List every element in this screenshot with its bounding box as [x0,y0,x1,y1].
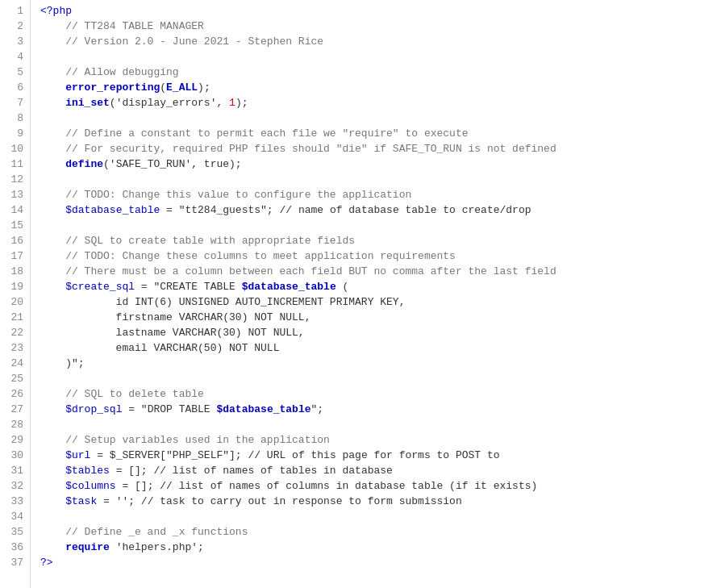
line-number-28: 28 [0,417,30,432]
line-number-4: 4 [0,49,30,65]
code-line-3: // Version 2.0 - June 2021 - Stephen Ric… [40,34,721,49]
code-line-22: lastname VARCHAR(30) NOT NULL, [40,325,721,340]
line-number-37: 37 [0,555,30,570]
code-line-13: // TODO: Change this value to configure … [40,187,721,202]
line-number-35: 35 [0,524,30,540]
code-line-29: // Setup variables used in the applicati… [40,432,721,448]
line-number-16: 16 [0,233,30,248]
code-line-15 [40,218,721,233]
code-line-8 [40,111,721,126]
code-line-10: // For security, required PHP files shou… [40,141,721,156]
line-number-30: 30 [0,448,30,463]
line-number-13: 13 [0,187,30,202]
line-number-27: 27 [0,402,30,417]
line-number-32: 32 [0,478,30,494]
line-number-1: 1 [0,3,30,19]
code-line-24: )"; [40,356,721,371]
code-area[interactable]: <?php // TT284 TABLE MANAGER // Version … [31,0,721,588]
line-number-5: 5 [0,65,30,80]
code-line-1: <?php [40,3,721,19]
line-number-36: 36 [0,540,30,555]
code-line-25 [40,371,721,386]
code-line-14: $database_table = "tt284_guests"; // nam… [40,202,721,218]
line-number-20: 20 [0,294,30,310]
code-line-27: $drop_sql = "DROP TABLE $database_table"… [40,402,721,417]
line-number-14: 14 [0,202,30,218]
line-number-10: 10 [0,141,30,156]
code-line-6: error_reporting(E_ALL); [40,80,721,95]
code-line-28 [40,417,721,432]
line-number-22: 22 [0,325,30,340]
line-number-11: 11 [0,156,30,172]
code-line-17: // TODO: Change these columns to meet ap… [40,248,721,264]
code-line-18: // There must be a column between each f… [40,264,721,279]
code-line-36: require 'helpers.php'; [40,540,721,555]
line-number-12: 12 [0,172,30,187]
code-line-9: // Define a constant to permit each file… [40,126,721,141]
line-number-25: 25 [0,371,30,386]
line-number-24: 24 [0,356,30,371]
line-number-26: 26 [0,386,30,402]
code-line-26: // SQL to delete table [40,386,721,402]
code-line-30: $url = $_SERVER["PHP_SELF"]; // URL of t… [40,448,721,463]
line-number-3: 3 [0,34,30,49]
line-number-18: 18 [0,264,30,279]
line-number-8: 8 [0,111,30,126]
code-line-21: firstname VARCHAR(30) NOT NULL, [40,310,721,325]
line-number-21: 21 [0,310,30,325]
code-line-7: ini_set('display_errors', 1); [40,95,721,111]
line-number-9: 9 [0,126,30,141]
code-line-2: // TT284 TABLE MANAGER [40,19,721,34]
code-line-35: // Define _e and _x functions [40,524,721,540]
code-line-11: define('SAFE_TO_RUN', true); [40,156,721,172]
code-line-33: $task = ''; // task to carry out in resp… [40,494,721,509]
code-line-20: id INT(6) UNSIGNED AUTO_INCREMENT PRIMAR… [40,294,721,310]
code-line-37: ?> [40,555,721,570]
line-numbers: 1234567891011121314151617181920212223242… [0,0,31,588]
line-number-2: 2 [0,19,30,34]
code-editor: 1234567891011121314151617181920212223242… [0,0,721,588]
code-line-4 [40,49,721,65]
line-number-19: 19 [0,279,30,294]
line-number-15: 15 [0,218,30,233]
code-line-12 [40,172,721,187]
code-line-16: // SQL to create table with appropriate … [40,233,721,248]
line-number-31: 31 [0,463,30,478]
line-number-6: 6 [0,80,30,95]
line-number-7: 7 [0,95,30,111]
line-number-34: 34 [0,509,30,524]
code-line-34 [40,509,721,524]
line-number-23: 23 [0,340,30,356]
code-line-23: email VARCHAR(50) NOT NULL [40,340,721,356]
code-line-31: $tables = []; // list of names of tables… [40,463,721,478]
line-number-17: 17 [0,248,30,264]
code-line-5: // Allow debugging [40,65,721,80]
code-line-32: $columns = []; // list of names of colum… [40,478,721,494]
line-number-33: 33 [0,494,30,509]
code-line-19: $create_sql = "CREATE TABLE $database_ta… [40,279,721,294]
line-number-29: 29 [0,432,30,448]
